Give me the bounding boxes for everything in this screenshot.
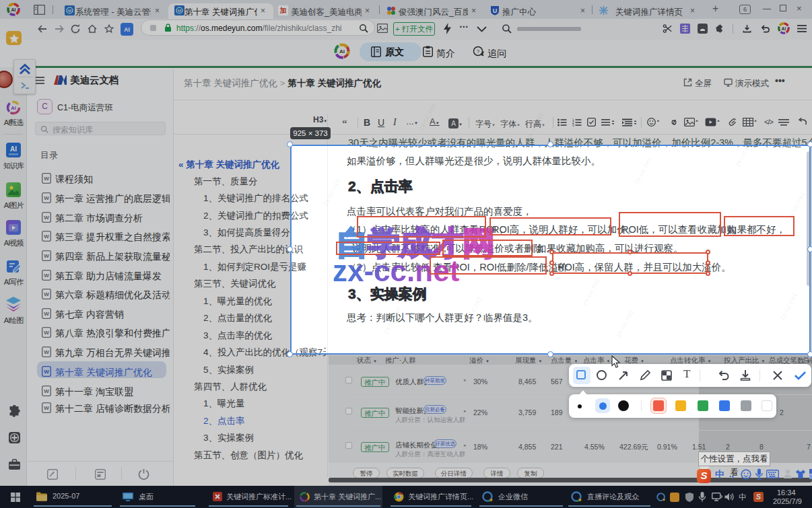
svg-text:AI: AI [124, 26, 130, 33]
svg-text:AI: AI [10, 145, 17, 153]
svg-text:W: W [44, 349, 49, 355]
svg-text:W: W [44, 291, 49, 297]
svg-text:W: W [44, 215, 49, 221]
svg-text:W: W [44, 233, 49, 240]
svg-text:W: W [44, 388, 49, 394]
svg-text:W: W [44, 369, 49, 375]
svg-text:W: W [44, 253, 49, 259]
svg-text:U: U [493, 7, 498, 14]
svg-text:AI: AI [339, 48, 345, 55]
svg-text:M: M [178, 9, 181, 13]
svg-text:W: W [44, 176, 49, 182]
svg-text:W: W [44, 311, 49, 317]
svg-text:AI: AI [11, 7, 16, 12]
svg-text:?: ? [477, 48, 480, 55]
svg-text:AI: AI [782, 26, 786, 31]
svg-text:3: 3 [572, 124, 574, 127]
svg-text:加: 加 [279, 7, 287, 14]
svg-text:W: W [44, 405, 49, 411]
svg-text:AI: AI [11, 105, 16, 111]
svg-text:W: W [44, 330, 49, 336]
svg-text:M: M [68, 9, 71, 13]
svg-text:W: W [44, 273, 49, 279]
svg-text:W: W [44, 195, 49, 201]
